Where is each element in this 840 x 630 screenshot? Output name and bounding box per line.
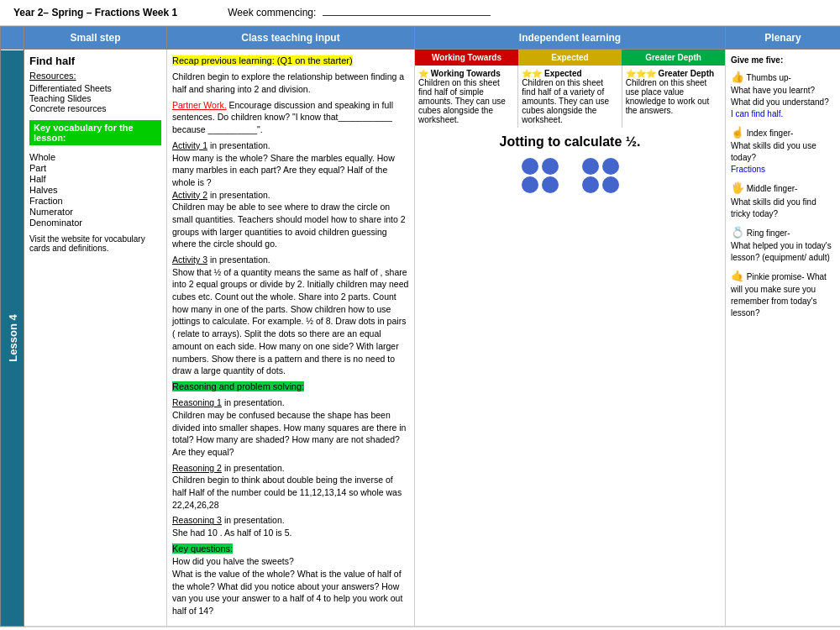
ind-content: ⭐ Working Towards Children on this sheet…	[415, 66, 725, 128]
lesson-label: Lesson 4	[1, 50, 24, 627]
recap-line: Recap previous learning: (Q1 on the star…	[172, 55, 409, 67]
index-section: ☝️ Index finger- What skills did you use…	[731, 125, 835, 176]
key-questions-label: Key questions:	[172, 543, 233, 554]
reasoning-header: Reasoning and problem solving:	[172, 381, 409, 393]
activity1-para: Activity 1 in presentation. How many is …	[172, 139, 409, 250]
thumbs-link: I can find half.	[731, 109, 783, 118]
gd-title: Greater Depth	[658, 69, 714, 78]
partner-work-label: Partner Work.	[172, 100, 227, 110]
pinkie-icon: 🤙	[731, 270, 744, 282]
vocab-fraction: Fraction	[29, 196, 161, 206]
footer-bar: www.masterthecurriculum.co.uk ~ Master T…	[0, 627, 840, 630]
plenary-intro: Give me five:	[731, 55, 835, 66]
thumbs-icon: 👍	[731, 71, 744, 83]
dots-row-2	[422, 176, 718, 193]
activity3-label: Activity 3	[172, 255, 207, 265]
header-plenary: Plenary	[726, 27, 841, 50]
class-teaching-cell: Recap previous learning: (Q1 on the star…	[167, 50, 415, 627]
vocab-half: Half	[29, 174, 161, 184]
dots-row-1	[422, 158, 718, 175]
dot-space	[562, 158, 579, 175]
greater-depth-section: ⭐⭐⭐ Greater Depth Children on this sheet…	[622, 66, 725, 128]
dot	[602, 158, 619, 175]
middle-icon: 🖐️	[731, 181, 744, 194]
header-lesson-col	[1, 27, 24, 50]
activity3-para: Activity 3 in presentation. Show that ½ …	[172, 254, 409, 377]
header-row: Small step Class teaching input Independ…	[1, 27, 841, 50]
working-towards-section: ⭐ Working Towards Children on this sheet…	[415, 66, 518, 128]
reasoning3-para: Reasoning 3 in presentation. She had 10 …	[172, 514, 409, 538]
wt-title: Working Towards	[431, 69, 501, 78]
partner-work-para: Partner Work. Encourage discussion and s…	[172, 99, 409, 136]
plenary-cell: Give me five: 👍 Thumbs up- What have you…	[726, 50, 841, 627]
middle-section: 🖐️ Middle finger- What skills did you fi…	[731, 181, 835, 219]
small-step-cell: Find half Resources: Differentiated Shee…	[24, 50, 167, 627]
vocab-whole: Whole	[29, 152, 161, 162]
vocab-part: Part	[29, 163, 161, 173]
vocab-box: Key vocabulary for the lesson:	[29, 120, 161, 145]
exp-title: Expected	[544, 69, 581, 78]
activity1-label: Activity 1	[172, 140, 207, 150]
dot	[522, 158, 538, 175]
exp-stars: ⭐⭐	[522, 69, 544, 78]
vocab-numerator: Numerator	[29, 207, 161, 217]
gd-stars: ⭐⭐⭐	[626, 69, 659, 78]
header-independent: Independent learning	[415, 27, 726, 50]
week-label: Week commencing:	[228, 7, 491, 18]
pinkie-section: 🤙 Pinkie promise- What will you make sur…	[731, 269, 835, 319]
reasoning2-para: Reasoning 2 in presentation. Children be…	[172, 462, 409, 512]
dot	[522, 176, 538, 193]
index-link: Fractions	[731, 165, 765, 174]
working-towards-header: Working Towards	[415, 50, 518, 66]
page-title: Year 2– Spring – Fractions Week 1	[13, 7, 177, 18]
key-questions-para: Key questions: How did you halve the swe…	[172, 543, 409, 617]
vocab-denominator: Denominator	[29, 218, 161, 228]
thumbs-section: 👍 Thumbs up- What have you learnt? What …	[731, 70, 835, 120]
dot	[542, 176, 559, 193]
reasoning1-para: Reasoning 1 in presentation. Children ma…	[172, 396, 409, 458]
dot	[602, 176, 619, 193]
resource-concrete: Concrete resources	[29, 103, 161, 113]
resource-diff: Differentiated Sheets	[29, 83, 161, 93]
dot	[582, 158, 599, 175]
header-class-teaching: Class teaching input	[167, 27, 415, 50]
jotting-title: Jotting to calculate ½.	[422, 134, 718, 150]
visit-text: Visit the website for vocabulary cards a…	[29, 234, 161, 253]
recap-highlight: Recap previous learning: (Q1 on the star…	[172, 55, 353, 66]
main-content-row: Lesson 4 Find half Resources: Differenti…	[1, 50, 841, 627]
gd-text: Children on this sheet use place value k…	[626, 78, 710, 115]
top-bar: Year 2– Spring – Fractions Week 1 Week c…	[0, 0, 840, 26]
find-half-title: Find half	[29, 55, 161, 67]
expected-header: Expected	[518, 50, 622, 66]
resource-slides: Teaching Slides	[29, 93, 161, 103]
dot	[582, 176, 599, 193]
wt-stars: ⭐	[418, 69, 431, 78]
ring-section: 💍 Ring finger- What helped you in today'…	[731, 225, 835, 264]
resources-label: Resources:	[29, 71, 161, 81]
exp-text: Children on this sheet find half of a va…	[522, 78, 609, 124]
jotting-section: Jotting to calculate ½.	[415, 128, 725, 202]
greater-depth-header: Greater Depth	[622, 50, 725, 66]
independent-learning-cell: Working Towards Expected Greater Depth ⭐…	[415, 50, 726, 627]
wt-text: Children on this sheet find half of simp…	[418, 78, 506, 124]
vocab-halves: Halves	[29, 185, 161, 195]
main-table: Small step Class teaching input Independ…	[0, 26, 840, 627]
para1: Children begin to explore the relationsh…	[172, 71, 409, 95]
dot	[542, 158, 559, 175]
ind-sub-headers: Working Towards Expected Greater Depth	[415, 50, 725, 66]
header-small-step: Small step	[24, 27, 167, 50]
expected-section: ⭐⭐ Expected Children on this sheet find …	[518, 66, 622, 128]
vocab-list: Whole Part Half Halves Fraction Numerato…	[29, 152, 161, 228]
index-icon: ☝️	[731, 126, 744, 139]
ring-icon: 💍	[731, 226, 744, 239]
reasoning-highlight: Reasoning and problem solving:	[172, 381, 304, 391]
dot-space	[562, 176, 579, 193]
